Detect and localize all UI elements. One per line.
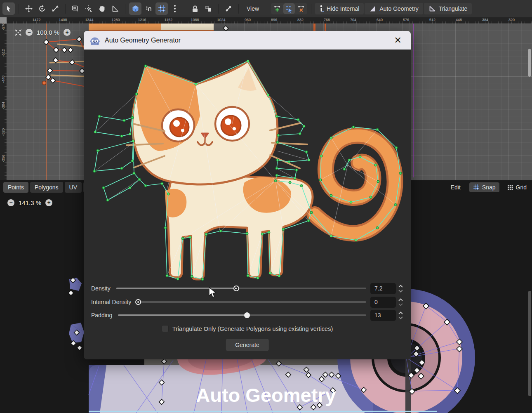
generated-vertex bbox=[359, 156, 361, 158]
view-menu[interactable]: View bbox=[242, 3, 263, 14]
edit-menu[interactable]: Edit bbox=[451, 184, 461, 191]
ruler-top-label: -320 bbox=[507, 18, 515, 22]
density-slider[interactable] bbox=[116, 283, 366, 294]
uv-snap-label: Snap bbox=[482, 184, 496, 191]
pan-hand-icon bbox=[98, 5, 106, 12]
generated-vertex bbox=[123, 119, 125, 122]
uv-scrollbar[interactable] bbox=[528, 291, 531, 396]
tab-uv[interactable]: UV bbox=[65, 182, 82, 193]
skeleton-options-button[interactable] bbox=[142, 2, 155, 15]
separator bbox=[185, 4, 185, 14]
ruler-top-label: -640 bbox=[375, 18, 383, 22]
zoom-level[interactable]: 100.0 % bbox=[37, 29, 59, 36]
density-value[interactable]: 7.2 bbox=[370, 283, 396, 294]
uv-zoom-out-button[interactable]: − bbox=[7, 199, 14, 206]
generated-vertex bbox=[310, 211, 313, 214]
triangulate-button[interactable]: Triangulate bbox=[424, 3, 472, 14]
triangulate-only-row: Triangulate Only (Generate Polygons usin… bbox=[84, 325, 411, 332]
generated-vertex bbox=[164, 227, 167, 229]
ruler-left-label: -512 bbox=[1, 47, 5, 59]
selected-vertex[interactable] bbox=[42, 81, 46, 85]
padding-label: Padding bbox=[91, 312, 112, 319]
generated-vertex bbox=[93, 170, 96, 172]
rotate-tool-button[interactable] bbox=[36, 2, 48, 15]
create-point-button[interactable] bbox=[271, 3, 283, 14]
triangulate-icon bbox=[428, 5, 436, 12]
generated-vertex bbox=[355, 239, 357, 241]
sprite-top-sliver bbox=[89, 24, 326, 31]
delete-point-button[interactable] bbox=[295, 3, 307, 14]
group-button[interactable] bbox=[202, 2, 214, 15]
select-arrow-icon bbox=[5, 5, 12, 12]
generated-vertex bbox=[135, 93, 138, 95]
scale-tool-button[interactable] bbox=[49, 2, 61, 15]
density-spinner[interactable] bbox=[397, 283, 404, 294]
generated-vertex bbox=[348, 159, 351, 161]
skeleton-bone-button[interactable] bbox=[222, 2, 235, 15]
select-tool-button[interactable] bbox=[2, 2, 15, 15]
bone-icon bbox=[225, 5, 232, 12]
separator bbox=[65, 4, 66, 14]
generated-vertex bbox=[394, 203, 397, 206]
uv-left-cluster bbox=[68, 278, 84, 351]
generated-vertex bbox=[289, 181, 291, 184]
auto-geometry-button[interactable]: Auto Geometry bbox=[365, 3, 423, 14]
ruler-top-label: -1088 bbox=[189, 18, 199, 22]
generated-vertex bbox=[278, 275, 280, 277]
density-slider-row: Density 7.2 bbox=[91, 283, 404, 294]
ruler-top-label: -832 bbox=[296, 18, 304, 22]
pan-tool-button[interactable] bbox=[96, 2, 108, 15]
move-tool-button[interactable] bbox=[23, 2, 35, 15]
ruler-top-label: -1280 bbox=[110, 18, 120, 22]
uv-grid-button[interactable]: Grid bbox=[504, 182, 530, 192]
godot-polygon2d-uv-editor: View Hide Internal Auto Geometry Triangu… bbox=[0, 0, 532, 413]
generated-vertex bbox=[205, 233, 207, 236]
generate-button[interactable]: Generate bbox=[226, 339, 268, 351]
polygon-mesh-button[interactable] bbox=[129, 2, 141, 15]
generated-vertex bbox=[305, 151, 308, 153]
uv-snap-icon bbox=[473, 184, 480, 191]
padding-slider[interactable] bbox=[118, 310, 366, 321]
ruler-left-label: -384 bbox=[1, 99, 5, 112]
zoom-out-button[interactable]: − bbox=[26, 29, 33, 36]
triangulate-only-checkbox[interactable] bbox=[162, 325, 169, 332]
edit-point-button[interactable] bbox=[283, 3, 295, 14]
ruler-top-label: -1408 bbox=[57, 18, 67, 22]
padding-value[interactable]: 13 bbox=[370, 310, 396, 321]
geometry-preview[interactable] bbox=[84, 50, 411, 287]
generated-vertex bbox=[307, 219, 310, 222]
tab-points[interactable]: Points bbox=[3, 182, 28, 193]
generated-vertex bbox=[138, 178, 141, 181]
move-pivot-tool-button[interactable] bbox=[82, 2, 95, 15]
lock-button[interactable] bbox=[189, 2, 201, 15]
generated-vertex bbox=[167, 193, 169, 195]
generated-vertex bbox=[274, 179, 277, 182]
generated-vertex bbox=[330, 235, 332, 237]
generated-vertex bbox=[201, 278, 204, 281]
uv-zoom-level[interactable]: 141.3 % bbox=[19, 199, 41, 206]
center-view-icon[interactable] bbox=[15, 29, 21, 36]
dialog-title-bar[interactable]: Auto Geometry Generator ✕ bbox=[84, 31, 411, 50]
hide-internal-button[interactable]: Hide Internal bbox=[315, 3, 364, 14]
generated-vertex bbox=[297, 118, 299, 121]
extra-options-menu-button[interactable] bbox=[169, 2, 181, 15]
mesh-cube-icon bbox=[132, 5, 139, 13]
select-list-tool-button[interactable] bbox=[69, 2, 82, 15]
internal-density-spinner[interactable] bbox=[397, 297, 404, 308]
internal-density-value[interactable]: 0 bbox=[370, 297, 396, 308]
snap-options-button[interactable] bbox=[155, 2, 168, 15]
create-point-icon bbox=[273, 5, 281, 13]
delete-point-icon bbox=[297, 5, 305, 13]
separator bbox=[125, 4, 125, 14]
uv-snap-button[interactable]: Snap bbox=[469, 182, 499, 192]
padding-spinner[interactable] bbox=[397, 310, 404, 321]
uv-zoom-in-button[interactable]: + bbox=[45, 199, 52, 206]
internal-density-slider[interactable] bbox=[137, 297, 366, 307]
zoom-in-button[interactable]: + bbox=[64, 29, 71, 36]
canvas-scrollbar[interactable] bbox=[528, 49, 531, 77]
tab-polygons[interactable]: Polygons bbox=[30, 182, 63, 193]
ruler-tool-button[interactable] bbox=[109, 2, 121, 15]
ruler-top-label: -1344 bbox=[84, 18, 93, 22]
point-edit-group bbox=[271, 3, 307, 14]
dialog-close-button[interactable]: ✕ bbox=[391, 35, 405, 46]
